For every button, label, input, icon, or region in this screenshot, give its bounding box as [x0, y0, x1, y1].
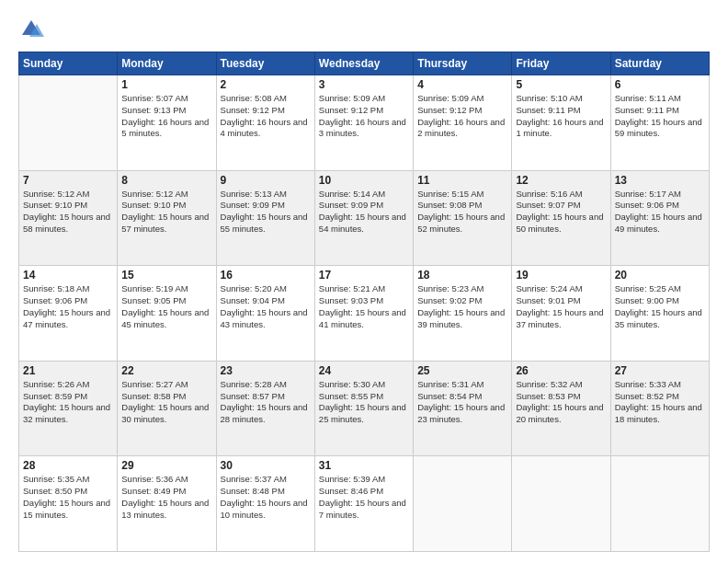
day-number: 21: [23, 364, 113, 377]
day-info: Sunrise: 5:14 AMSunset: 9:09 PMDaylight:…: [319, 189, 409, 236]
col-header-thursday: Thursday: [414, 52, 512, 75]
calendar-cell: 27Sunrise: 5:33 AMSunset: 8:52 PMDayligh…: [610, 361, 709, 456]
day-number: 25: [417, 364, 507, 377]
day-info: Sunrise: 5:25 AMSunset: 9:00 PMDaylight:…: [615, 283, 705, 330]
calendar-cell: 9Sunrise: 5:13 AMSunset: 9:09 PMDaylight…: [216, 170, 314, 266]
day-info: Sunrise: 5:07 AMSunset: 9:13 PMDaylight:…: [121, 93, 211, 140]
calendar-cell: 21Sunrise: 5:26 AMSunset: 8:59 PMDayligh…: [19, 361, 118, 456]
calendar-cell: 13Sunrise: 5:17 AMSunset: 9:06 PMDayligh…: [610, 170, 709, 266]
calendar-cell: 15Sunrise: 5:19 AMSunset: 9:05 PMDayligh…: [118, 266, 216, 362]
day-info: Sunrise: 5:31 AMSunset: 8:54 PMDaylight:…: [417, 379, 507, 426]
calendar-cell: 4Sunrise: 5:09 AMSunset: 9:12 PMDaylight…: [414, 75, 512, 171]
col-header-tuesday: Tuesday: [216, 52, 314, 75]
day-info: Sunrise: 5:13 AMSunset: 9:09 PMDaylight:…: [221, 189, 311, 236]
calendar-cell: 3Sunrise: 5:09 AMSunset: 9:12 PMDaylight…: [314, 75, 413, 171]
col-header-saturday: Saturday: [610, 52, 709, 75]
day-info: Sunrise: 5:32 AMSunset: 8:53 PMDaylight:…: [516, 379, 606, 426]
day-info: Sunrise: 5:12 AMSunset: 9:10 PMDaylight:…: [23, 189, 113, 236]
calendar-cell: 19Sunrise: 5:24 AMSunset: 9:01 PMDayligh…: [512, 266, 610, 362]
day-number: 11: [417, 174, 507, 187]
day-info: Sunrise: 5:16 AMSunset: 9:07 PMDaylight:…: [516, 189, 606, 236]
day-number: 27: [615, 364, 705, 377]
day-info: Sunrise: 5:12 AMSunset: 9:10 PMDaylight:…: [121, 189, 211, 236]
day-number: 20: [615, 269, 705, 282]
day-number: 13: [615, 174, 705, 187]
calendar-cell: 7Sunrise: 5:12 AMSunset: 9:10 PMDaylight…: [19, 170, 118, 266]
day-number: 22: [121, 364, 211, 377]
day-number: 12: [516, 174, 606, 187]
calendar-cell: 22Sunrise: 5:27 AMSunset: 8:58 PMDayligh…: [118, 361, 216, 456]
day-info: Sunrise: 5:30 AMSunset: 8:55 PMDaylight:…: [319, 379, 409, 426]
day-info: Sunrise: 5:19 AMSunset: 9:05 PMDaylight:…: [121, 283, 211, 330]
header: [18, 17, 710, 42]
calendar-cell: 31Sunrise: 5:39 AMSunset: 8:46 PMDayligh…: [314, 456, 413, 552]
col-header-sunday: Sunday: [19, 52, 118, 75]
calendar-cell: 25Sunrise: 5:31 AMSunset: 8:54 PMDayligh…: [414, 361, 512, 456]
calendar-cell: 30Sunrise: 5:37 AMSunset: 8:48 PMDayligh…: [216, 456, 314, 552]
day-number: 1: [121, 78, 211, 91]
day-info: Sunrise: 5:35 AMSunset: 8:50 PMDaylight:…: [23, 474, 113, 521]
day-info: Sunrise: 5:17 AMSunset: 9:06 PMDaylight:…: [615, 189, 705, 236]
calendar-cell: 18Sunrise: 5:23 AMSunset: 9:02 PMDayligh…: [414, 266, 512, 362]
calendar-cell: 12Sunrise: 5:16 AMSunset: 9:07 PMDayligh…: [512, 170, 610, 266]
calendar-cell: 6Sunrise: 5:11 AMSunset: 9:11 PMDaylight…: [610, 75, 709, 171]
day-info: Sunrise: 5:10 AMSunset: 9:11 PMDaylight:…: [516, 93, 606, 140]
day-info: Sunrise: 5:09 AMSunset: 9:12 PMDaylight:…: [417, 93, 507, 140]
calendar-cell: [414, 456, 512, 552]
day-info: Sunrise: 5:24 AMSunset: 9:01 PMDaylight:…: [516, 283, 606, 330]
day-info: Sunrise: 5:23 AMSunset: 9:02 PMDaylight:…: [417, 283, 507, 330]
day-info: Sunrise: 5:20 AMSunset: 9:04 PMDaylight:…: [221, 283, 311, 330]
calendar-cell: 16Sunrise: 5:20 AMSunset: 9:04 PMDayligh…: [216, 266, 314, 362]
day-number: 16: [221, 269, 311, 282]
day-number: 18: [417, 269, 507, 282]
col-header-friday: Friday: [512, 52, 610, 75]
day-number: 2: [221, 78, 311, 91]
calendar-cell: [512, 456, 610, 552]
day-number: 29: [121, 459, 211, 472]
calendar-cell: [19, 75, 118, 171]
calendar-cell: 5Sunrise: 5:10 AMSunset: 9:11 PMDaylight…: [512, 75, 610, 171]
calendar-cell: 2Sunrise: 5:08 AMSunset: 9:12 PMDaylight…: [216, 75, 314, 171]
page: SundayMondayTuesdayWednesdayThursdayFrid…: [0, 0, 728, 563]
calendar-cell: 8Sunrise: 5:12 AMSunset: 9:10 PMDaylight…: [118, 170, 216, 266]
day-info: Sunrise: 5:15 AMSunset: 9:08 PMDaylight:…: [417, 189, 507, 236]
day-number: 26: [516, 364, 606, 377]
day-number: 17: [319, 269, 409, 282]
day-info: Sunrise: 5:28 AMSunset: 8:57 PMDaylight:…: [221, 379, 311, 426]
calendar-week-row: 21Sunrise: 5:26 AMSunset: 8:59 PMDayligh…: [19, 361, 710, 456]
calendar-cell: 29Sunrise: 5:36 AMSunset: 8:49 PMDayligh…: [118, 456, 216, 552]
calendar-cell: [610, 456, 709, 552]
day-number: 31: [319, 459, 409, 472]
calendar-week-row: 1Sunrise: 5:07 AMSunset: 9:13 PMDaylight…: [19, 75, 710, 171]
day-number: 30: [221, 459, 311, 472]
calendar-cell: 28Sunrise: 5:35 AMSunset: 8:50 PMDayligh…: [19, 456, 118, 552]
calendar-cell: 10Sunrise: 5:14 AMSunset: 9:09 PMDayligh…: [314, 170, 413, 266]
day-info: Sunrise: 5:37 AMSunset: 8:48 PMDaylight:…: [221, 474, 311, 521]
col-header-wednesday: Wednesday: [314, 52, 413, 75]
calendar-cell: 11Sunrise: 5:15 AMSunset: 9:08 PMDayligh…: [414, 170, 512, 266]
day-number: 6: [615, 78, 705, 91]
day-number: 10: [319, 174, 409, 187]
calendar-cell: 20Sunrise: 5:25 AMSunset: 9:00 PMDayligh…: [610, 266, 709, 362]
col-header-monday: Monday: [118, 52, 216, 75]
calendar-cell: 17Sunrise: 5:21 AMSunset: 9:03 PMDayligh…: [314, 266, 413, 362]
calendar-cell: 1Sunrise: 5:07 AMSunset: 9:13 PMDaylight…: [118, 75, 216, 171]
calendar-week-row: 14Sunrise: 5:18 AMSunset: 9:06 PMDayligh…: [19, 266, 710, 362]
logo-icon: [18, 17, 44, 42]
logo: [18, 17, 48, 42]
calendar-week-row: 7Sunrise: 5:12 AMSunset: 9:10 PMDaylight…: [19, 170, 710, 266]
day-info: Sunrise: 5:18 AMSunset: 9:06 PMDaylight:…: [23, 283, 113, 330]
day-number: 3: [319, 78, 409, 91]
day-info: Sunrise: 5:27 AMSunset: 8:58 PMDaylight:…: [121, 379, 211, 426]
day-info: Sunrise: 5:26 AMSunset: 8:59 PMDaylight:…: [23, 379, 113, 426]
calendar-week-row: 28Sunrise: 5:35 AMSunset: 8:50 PMDayligh…: [19, 456, 710, 552]
day-number: 15: [121, 269, 211, 282]
day-info: Sunrise: 5:08 AMSunset: 9:12 PMDaylight:…: [221, 93, 311, 140]
day-info: Sunrise: 5:11 AMSunset: 9:11 PMDaylight:…: [615, 93, 705, 140]
day-number: 9: [221, 174, 311, 187]
day-info: Sunrise: 5:33 AMSunset: 8:52 PMDaylight:…: [615, 379, 705, 426]
calendar-table: SundayMondayTuesdayWednesdayThursdayFrid…: [18, 52, 710, 552]
day-number: 28: [23, 459, 113, 472]
calendar-cell: 26Sunrise: 5:32 AMSunset: 8:53 PMDayligh…: [512, 361, 610, 456]
day-number: 14: [23, 269, 113, 282]
